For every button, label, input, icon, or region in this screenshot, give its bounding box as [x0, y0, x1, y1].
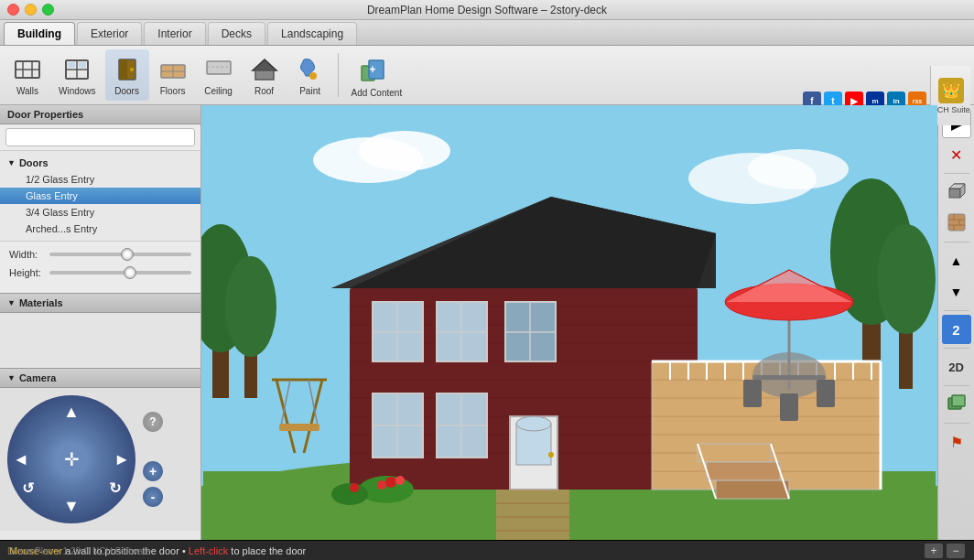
svg-rect-7 [68, 62, 75, 68]
paint-button[interactable]: Paint [288, 49, 332, 101]
camera-header[interactable]: ▼ Camera [0, 369, 200, 388]
titlebar: DreamPlan Home Design Software – 2story-… [0, 0, 974, 20]
roof-button[interactable]: Roof [243, 49, 287, 101]
texture-button[interactable] [942, 209, 971, 238]
materials-header[interactable]: ▼ Materials [0, 294, 200, 313]
arrow-up-button[interactable]: ▲ [942, 246, 971, 275]
zoom-out-button[interactable]: - [143, 487, 163, 507]
svg-rect-11 [119, 59, 127, 80]
camera-side-controls: ? + - [143, 412, 163, 507]
svg-point-27 [748, 149, 849, 189]
camera-center[interactable]: ✛ [44, 432, 99, 487]
rt-separator-6 [944, 423, 969, 424]
walls-button[interactable]: Walls [5, 49, 49, 101]
3d-view-button[interactable] [942, 390, 971, 419]
floors-label: Floors [160, 86, 186, 96]
windows-button[interactable]: Windows [51, 49, 103, 101]
width-slider-track [49, 253, 191, 256]
svg-text:+: + [370, 63, 376, 76]
info-button[interactable]: ⚑ [942, 427, 971, 457]
svg-point-117 [350, 483, 359, 492]
list-item-half-glass[interactable]: 1/2 Glass Entry [0, 171, 200, 188]
camera-down-arrow[interactable]: ▼ [63, 497, 80, 516]
svg-rect-8 [79, 62, 86, 68]
list-item-arched[interactable]: Arched...s Entry [0, 221, 200, 237]
camera-section: ▼ Camera ▲ ▼ ◄ ► ↺ ↻ ✛ [0, 368, 200, 540]
paint-label: Paint [299, 86, 320, 96]
width-label: Width: [9, 249, 44, 260]
svg-marker-17 [253, 59, 276, 70]
zoom-in-button[interactable]: + [143, 461, 163, 481]
svg-rect-100 [743, 380, 762, 407]
box-icon [947, 181, 967, 204]
svg-point-25 [359, 131, 450, 171]
svg-point-10 [130, 68, 134, 71]
svg-rect-103 [698, 444, 771, 462]
door-properties-header[interactable]: Door Properties [0, 105, 200, 124]
list-item-glass-entry[interactable]: Glass Entry [0, 188, 200, 204]
camera-controls: ▲ ▼ ◄ ► ↺ ↻ ✛ ? + - [0, 388, 200, 531]
camera-rotate-left[interactable]: ↺ [22, 479, 34, 496]
level2-icon: 2 [952, 322, 959, 338]
toolbar: Walls Windows Doors [0, 46, 974, 105]
svg-rect-123 [279, 424, 319, 431]
door-search-input[interactable] [5, 128, 195, 146]
tab-building[interactable]: Building [4, 22, 75, 45]
camera-right-arrow[interactable]: ► [114, 450, 130, 469]
floors-button[interactable]: Floors [151, 49, 195, 101]
sliders-section: Width: Height: [0, 241, 200, 293]
help-button[interactable]: ? [143, 412, 163, 432]
close-button[interactable] [7, 4, 19, 16]
viewport [201, 105, 937, 540]
ceiling-button[interactable]: Ceiling [197, 49, 241, 101]
arrow-down-button[interactable]: ▼ [942, 277, 971, 307]
doors-category-label: Doors [19, 157, 49, 168]
add-content-icon: + [360, 53, 393, 86]
doors-icon [113, 55, 142, 84]
height-slider-thumb[interactable] [124, 266, 136, 279]
minimize-button[interactable] [25, 4, 37, 16]
status-zoom-out[interactable]: − [947, 544, 965, 558]
svg-rect-99 [752, 375, 826, 380]
camera-up-arrow[interactable]: ▲ [63, 403, 80, 422]
tab-exterior[interactable]: Exterior [77, 22, 142, 45]
tab-interior[interactable]: Interior [144, 22, 205, 45]
width-slider-thumb[interactable] [121, 248, 134, 261]
windows-icon [62, 55, 92, 84]
svg-point-114 [385, 477, 396, 488]
camera-left-arrow[interactable]: ◄ [13, 450, 29, 469]
ceiling-label: Ceiling [204, 86, 233, 96]
svg-point-113 [331, 483, 368, 505]
add-content-button[interactable]: + Add Content [344, 49, 410, 101]
roof-icon [250, 55, 279, 84]
2d-button[interactable]: 2D [942, 352, 971, 382]
camera-wheel[interactable]: ▲ ▼ ◄ ► ↺ ↻ ✛ [7, 395, 135, 523]
window-controls [7, 4, 54, 16]
level2-button[interactable]: 2 [942, 315, 971, 344]
svg-rect-108 [496, 490, 569, 540]
version-text: DreamPlan v 1.28 © NCH Software [7, 546, 151, 556]
tab-decks[interactable]: Decks [208, 22, 265, 45]
delete-button[interactable]: ✕ [942, 140, 971, 169]
camera-rotate-right[interactable]: ↻ [109, 479, 121, 496]
materials-title: Materials [19, 297, 63, 308]
box-button[interactable] [942, 178, 971, 207]
tab-landscaping[interactable]: Landscaping [267, 22, 357, 45]
camera-title: Camera [19, 372, 56, 383]
status-leftclick: Left-click [189, 545, 228, 556]
svg-point-31 [225, 256, 276, 357]
rt-separator-2 [944, 242, 969, 242]
svg-rect-127 [948, 214, 965, 231]
doors-category[interactable]: ▼ Doors [0, 155, 200, 171]
width-slider-row: Width: [9, 249, 191, 260]
windows-label: Windows [59, 86, 96, 96]
maximize-button[interactable] [42, 4, 54, 16]
doors-button[interactable]: Doors [105, 49, 149, 101]
viewport-scene [201, 105, 937, 540]
status-zoom-in[interactable]: + [925, 544, 943, 558]
list-item-3-4-glass[interactable]: 3/4 Glass Entry [0, 204, 200, 221]
right-toolbar: ▶ ✕ [937, 105, 974, 540]
texture-icon [947, 212, 967, 235]
walls-label: Walls [16, 86, 38, 96]
ceiling-icon [204, 55, 233, 84]
